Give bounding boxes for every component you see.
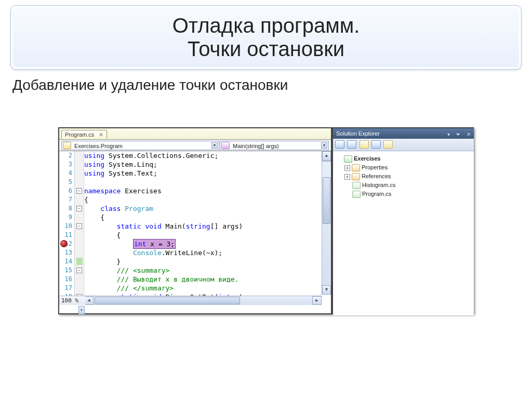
fold-toggle-icon[interactable]: − [76, 188, 82, 194]
fold-toggle-icon[interactable]: − [76, 268, 82, 273]
class-selector-dropdown[interactable]: Exercises.Program ▾ [61, 141, 219, 150]
file-icon [352, 164, 360, 171]
code-line[interactable]: /// Выводит x в двоичном виде. [84, 275, 322, 284]
method-icon [221, 142, 230, 149]
chevron-down-icon: ▾ [211, 142, 218, 149]
editor-navbar: Exercises.Program ▾ Main(string[] args) … [59, 140, 331, 151]
toolbar-icon[interactable] [360, 140, 369, 149]
scroll-thumb[interactable] [95, 297, 240, 304]
line-number: 5 [59, 178, 72, 187]
line-number: 10 [59, 222, 72, 231]
code-text-area[interactable]: using System.Collections.Generic;using S… [84, 151, 322, 305]
tree-item-label: Properties [362, 164, 388, 170]
slide-title-line2: Точки остановки [21, 37, 511, 61]
code-line[interactable] [84, 178, 322, 187]
tree-item[interactable]: +Properties [336, 163, 471, 172]
editor-tab-label: Program.cs [65, 131, 94, 138]
breakpoint-highlight: int x = 3; [133, 239, 176, 249]
editor-tabstrip: Program.cs ✕ [59, 128, 331, 140]
tree-expand-icon[interactable]: + [344, 174, 350, 180]
change-marker [76, 258, 83, 265]
code-editor[interactable]: ↕ 2345678910111213141516171819 −−−−− usi… [59, 151, 331, 305]
slide-title-block: Отладка программ. Точки остановки [10, 5, 522, 70]
method-selector-label: Main(string[] args) [233, 141, 279, 150]
line-number: 6 [59, 187, 72, 195]
line-number: 7 [59, 195, 72, 204]
code-line[interactable]: { [84, 195, 322, 204]
editor-tab-program[interactable]: Program.cs ✕ [61, 130, 107, 139]
toolbar-icon[interactable] [347, 140, 356, 149]
breakpoint-icon[interactable] [60, 240, 68, 247]
line-number: 8 [59, 204, 72, 213]
horizontal-scrollbar[interactable]: ◄ ► [84, 296, 322, 305]
slide-title-line1: Отладка программ. [21, 14, 511, 37]
zoom-level-dropdown[interactable]: 100 % ▾ [59, 296, 85, 305]
line-number: 15 [59, 266, 72, 275]
line-number: 13 [59, 248, 72, 257]
class-icon [63, 142, 71, 149]
solution-explorer-tree[interactable]: Exercises+Properties+ReferencesHistogram… [333, 151, 474, 202]
scroll-down-button[interactable]: ▼ [322, 285, 331, 295]
tree-item[interactable]: +References [336, 172, 471, 181]
code-line[interactable]: /// </summary> [84, 284, 322, 292]
tree-item-label: References [362, 173, 391, 179]
zoom-label: 100 % [61, 297, 78, 304]
code-line[interactable]: Console.WriteLine(~x); [84, 248, 322, 257]
tree-expand-icon[interactable]: + [344, 165, 350, 171]
code-line[interactable]: { [84, 213, 322, 222]
toolbar-icon[interactable] [383, 140, 393, 149]
vertical-scrollbar[interactable]: ▲ ▼ [322, 162, 331, 295]
toolbar-icon[interactable] [335, 140, 344, 149]
code-line[interactable]: using System.Text; [84, 169, 322, 178]
slide-subtitle: Добавление и удаление точки остановки [12, 77, 520, 94]
code-line[interactable]: { [84, 231, 322, 240]
solution-explorer-panel: Solution Explorer ▾ ⏷ ✕ Exercises+Proper… [333, 128, 474, 315]
line-number: 16 [59, 275, 72, 284]
scroll-thumb[interactable] [323, 177, 330, 224]
panel-window-controls[interactable]: ▾ ⏷ ✕ [447, 129, 473, 140]
close-icon[interactable]: ✕ [99, 130, 103, 139]
scroll-left-button[interactable]: ◄ [84, 296, 94, 305]
method-selector-dropdown[interactable]: Main(string[] args) ▾ [220, 141, 329, 150]
line-number-gutter[interactable]: 2345678910111213141516171819 [59, 151, 75, 305]
tree-item-label: Program.cs [362, 191, 391, 197]
breakpoint-margin[interactable]: −−−−− [75, 151, 84, 305]
line-number: 9 [59, 213, 72, 222]
tree-item[interactable]: Program.cs [336, 190, 471, 198]
class-selector-label: Exercises.Program [74, 141, 123, 150]
code-line[interactable]: using System.Linq; [84, 160, 322, 169]
code-line[interactable]: static void Main(string[] args) [84, 222, 322, 231]
code-line[interactable]: using System.Collections.Generic; [84, 151, 322, 160]
line-number: 17 [59, 284, 72, 292]
fold-toggle-icon[interactable]: − [76, 223, 82, 229]
ide-screenshot: Program.cs ✕ Exercises.Program ▾ Main(st… [58, 127, 474, 314]
solution-explorer-toolbar [333, 139, 474, 151]
chevron-down-icon: ▾ [78, 306, 85, 314]
file-icon [344, 155, 352, 163]
toolbar-icon[interactable] [371, 140, 381, 149]
scroll-right-button[interactable]: ► [312, 296, 322, 305]
fold-toggle-icon[interactable]: − [76, 206, 82, 211]
file-icon [352, 191, 361, 198]
tree-item[interactable]: Histogram.cs [336, 181, 471, 190]
line-number: 14 [59, 257, 72, 266]
solution-explorer-title: Solution Explorer [336, 130, 380, 137]
line-number: 11 [59, 231, 72, 240]
line-number: 4 [59, 169, 72, 178]
tree-item-label: Exercises [354, 155, 380, 162]
chevron-down-icon: ▾ [321, 142, 327, 149]
scroll-up-button[interactable]: ▲ [322, 151, 331, 161]
solution-explorer-header[interactable]: Solution Explorer ▾ ⏷ ✕ [333, 128, 474, 139]
file-icon [352, 182, 361, 189]
line-number: 2 [59, 151, 72, 160]
code-line[interactable]: int x = 3; [84, 240, 322, 248]
code-line[interactable]: namespace Exercises [84, 187, 322, 195]
code-line[interactable]: } [84, 257, 322, 266]
code-line[interactable]: /// <summary> [84, 266, 322, 275]
tree-item[interactable]: Exercises [336, 154, 471, 163]
code-line[interactable]: class Program [84, 204, 322, 213]
file-icon [352, 173, 360, 180]
tree-item-label: Histogram.cs [362, 182, 395, 188]
line-number: 3 [59, 160, 72, 169]
